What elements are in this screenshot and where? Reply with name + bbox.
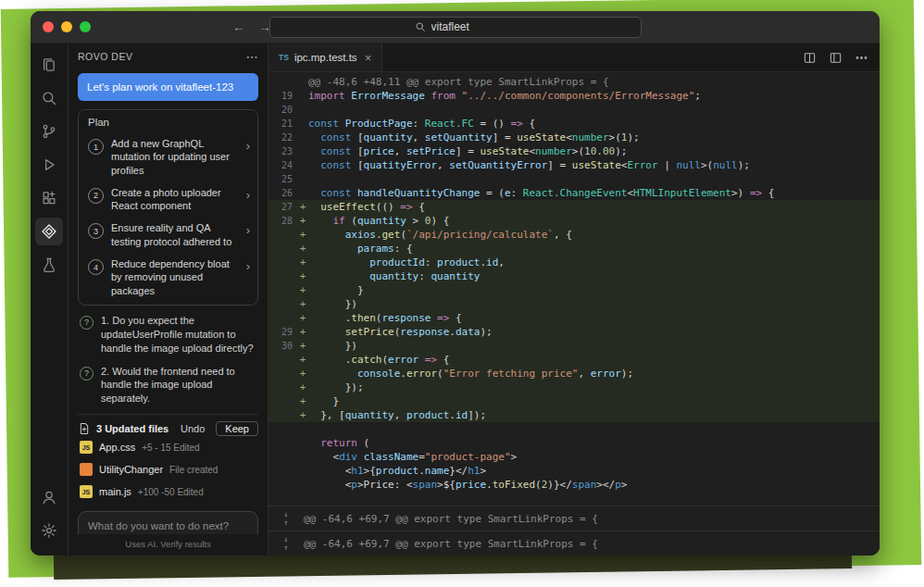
tabbar-spacer [382, 44, 803, 71]
plan-item-label: Reduce dependency bloat by removing unus… [111, 257, 239, 297]
code-line[interactable]: + }); [268, 381, 880, 394]
code-line[interactable]: 29+ setPrice(response.data); [268, 325, 880, 339]
code-text: axios.get(`/api/pricing/calculate`, { [308, 228, 880, 242]
code-line[interactable]: + quantity: quantity [268, 269, 880, 283]
diff-sign: + [297, 408, 308, 422]
activity-item-source-control[interactable] [35, 118, 63, 145]
code-line[interactable]: + } [268, 283, 880, 297]
diff-sign: + [297, 381, 308, 394]
code-line[interactable]: 24 const [quatityError, setQuantityError… [268, 158, 880, 172]
search-input[interactable] [431, 20, 496, 33]
code-line[interactable]: return ( [268, 436, 880, 450]
code-text: setPrice(response.data); [308, 325, 880, 339]
fold-row: ↓↑@@ -64,6 +69,7 @@ export type SmartLin… [268, 531, 880, 556]
code-line[interactable]: + console.error("Error fetching price", … [268, 367, 880, 381]
code-line[interactable]: + .then(response => { [268, 311, 880, 325]
code-line[interactable]: + productId: product.id, [268, 256, 880, 269]
minimize-window-button[interactable] [61, 21, 72, 32]
close-window-button[interactable] [43, 21, 54, 32]
line-number [268, 436, 297, 450]
activity-item-testing[interactable] [35, 251, 63, 279]
tab-close-icon[interactable]: × [365, 51, 372, 65]
activity-item-search[interactable] [35, 84, 63, 112]
line-number [268, 422, 297, 436]
code-line[interactable]: 20 [268, 103, 880, 117]
line-number: 20 [268, 103, 297, 117]
code-line[interactable]: <h1>{product.name}</h1> [268, 464, 880, 478]
code-line[interactable]: 21const ProductPage: React.FC = () => { [268, 117, 880, 131]
chat-input-placeholder: What do you want to do next? [88, 520, 248, 531]
chat-input-box[interactable]: What do you want to do next? + ↑ [78, 511, 258, 534]
code-line[interactable]: 22 const [quantity, setQuantity] = useSt… [268, 131, 880, 144]
customize-layout-icon[interactable] [829, 51, 843, 65]
code-line[interactable]: + }, [quantity, product.id]); [268, 408, 880, 422]
plan-prompt-button[interactable]: Let's plan work on vitafleet-123 [78, 73, 258, 101]
plan-item[interactable]: 1Add a new GraphQL mutation for updating… [79, 132, 257, 181]
activity-item-extensions[interactable] [35, 184, 63, 212]
more-actions-icon[interactable] [855, 51, 868, 65]
code-line[interactable]: + .catch(error => { [268, 353, 880, 367]
more-actions-icon[interactable]: ⋯ [246, 50, 259, 64]
plan-title: Plan [79, 117, 257, 132]
updated-files-list: JSApp.css+5 - 15 EditedUtilityChangerFil… [78, 436, 258, 503]
back-button[interactable]: ← [232, 19, 245, 34]
activity-item-explorer[interactable] [35, 51, 63, 79]
code-line[interactable]: + axios.get(`/api/pricing/calculate`, { [268, 228, 880, 242]
code-text: }) [308, 339, 880, 353]
activity-item-accounts[interactable] [35, 483, 63, 511]
line-number [268, 367, 297, 381]
diff-sign: + [297, 256, 308, 269]
hunk-header: @@ -48,6 +48,11 @@ export type SmartLink… [268, 75, 880, 89]
fold-gutter[interactable]: ↓↑ [268, 535, 304, 552]
code-text: return ( [308, 436, 880, 450]
code-line[interactable]: 27+ useEffect(() => { [268, 200, 880, 214]
code-line[interactable]: 26 const handleQuantityChange = (e: Reac… [268, 186, 880, 200]
code-line[interactable]: <p>Price: <span>${price.toFixed(2)}</spa… [268, 478, 880, 492]
command-search-box[interactable] [269, 17, 642, 38]
file-row[interactable]: JSApp.css+5 - 15 Edited [78, 436, 258, 458]
split-editor-icon[interactable] [803, 51, 817, 65]
rovo-icon [41, 223, 57, 240]
line-number: 29 [268, 325, 297, 339]
tab-ipc-mp-test-ts[interactable]: TS ipc.mp.test.ts × [268, 44, 382, 71]
plan-item[interactable]: 3Ensure reality and QA testing protocol … [79, 217, 257, 253]
code-line[interactable]: 23 const [price, setPrice] = useState<nu… [268, 144, 880, 158]
expand-up-icon[interactable]: ↑ [284, 518, 289, 527]
line-number: 26 [268, 186, 297, 200]
zoom-window-button[interactable] [80, 21, 91, 32]
code-line[interactable]: + params: { [268, 242, 880, 256]
code-line[interactable]: + } [268, 394, 880, 408]
plan-item-number: 2 [88, 188, 104, 204]
code-text: console.error("Error fetching price", er… [308, 367, 880, 381]
diff-sign [297, 117, 308, 131]
expand-down-icon[interactable]: ↓ [284, 510, 289, 518]
file-row[interactable]: JSmain.js+100 -50 Edited [78, 481, 258, 503]
keep-button[interactable]: Keep [216, 421, 258, 436]
plan-item[interactable]: 2Create a photo uploader React component… [79, 181, 257, 218]
plan-item[interactable]: 4Reduce dependency bloat by removing unu… [79, 253, 257, 302]
code-line[interactable]: 25 [268, 172, 880, 186]
expand-down-icon[interactable]: ↓ [284, 535, 289, 543]
code-line[interactable]: + }) [268, 297, 880, 311]
run-debug-icon [41, 156, 57, 173]
code-line[interactable]: 19import ErrorMessage from "../../common… [268, 89, 880, 103]
diff-sign: + [297, 297, 308, 311]
code-text: }, [quantity, product.id]); [308, 408, 880, 422]
titlebar: ← → [31, 11, 880, 44]
code-area[interactable]: @@ -48,6 +48,11 @@ export type SmartLink… [268, 72, 880, 556]
file-row[interactable]: UtilityChangerFile created [78, 458, 258, 481]
activity-item-run-debug[interactable] [35, 151, 63, 179]
diff-sign: + [297, 242, 308, 256]
tab-title: ipc.mp.test.ts [294, 52, 357, 63]
code-line[interactable]: 28+ if (quantity > 0) { [268, 214, 880, 228]
tab-bar: TS ipc.mp.test.ts × [268, 44, 880, 72]
code-line[interactable]: <div className="product-page"> [268, 450, 880, 464]
activity-item-settings[interactable] [35, 517, 63, 544]
activity-item-rovo-dev[interactable] [35, 218, 63, 245]
undo-button[interactable]: Undo [175, 422, 210, 435]
expand-up-icon[interactable]: ↑ [284, 543, 289, 552]
code-line[interactable] [268, 422, 880, 436]
fold-gutter[interactable]: ↓↑ [268, 510, 304, 527]
editor-group: TS ipc.mp.test.ts × @@ -48,6 +48,11 @@ e… [268, 44, 880, 556]
code-line[interactable]: 30+ }) [268, 339, 880, 353]
